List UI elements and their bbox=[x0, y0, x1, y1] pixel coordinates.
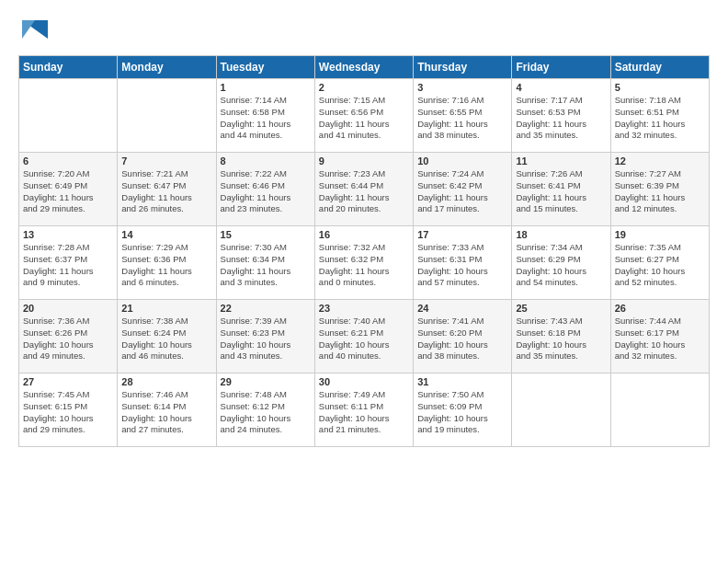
table-row: 24Sunrise: 7:41 AMSunset: 6:20 PMDayligh… bbox=[414, 300, 512, 373]
day-number: 10 bbox=[417, 155, 507, 167]
day-content: Sunrise: 7:26 AMSunset: 6:41 PMDaylight:… bbox=[516, 168, 606, 215]
col-friday: Friday bbox=[512, 56, 610, 79]
table-row bbox=[512, 373, 610, 447]
table-row: 19Sunrise: 7:35 AMSunset: 6:27 PMDayligh… bbox=[610, 226, 709, 300]
day-number: 24 bbox=[417, 303, 507, 314]
table-row: 29Sunrise: 7:48 AMSunset: 6:12 PMDayligh… bbox=[216, 373, 314, 447]
day-number: 12 bbox=[615, 155, 705, 167]
calendar-header: Sunday Monday Tuesday Wednesday Thursday… bbox=[19, 56, 710, 79]
table-row: 8Sunrise: 7:22 AMSunset: 6:46 PMDaylight… bbox=[216, 153, 314, 226]
calendar-row: 1Sunrise: 7:14 AMSunset: 6:58 PMDaylight… bbox=[19, 79, 710, 153]
day-number: 29 bbox=[221, 376, 311, 387]
table-row: 13Sunrise: 7:28 AMSunset: 6:37 PMDayligh… bbox=[19, 226, 118, 300]
day-content: Sunrise: 7:49 AMSunset: 6:11 PMDaylight:… bbox=[319, 389, 409, 436]
table-row: 18Sunrise: 7:34 AMSunset: 6:29 PMDayligh… bbox=[512, 226, 610, 300]
calendar-row: 13Sunrise: 7:28 AMSunset: 6:37 PMDayligh… bbox=[19, 226, 710, 300]
table-row: 15Sunrise: 7:30 AMSunset: 6:34 PMDayligh… bbox=[216, 226, 314, 300]
table-row: 11Sunrise: 7:26 AMSunset: 6:41 PMDayligh… bbox=[512, 153, 610, 226]
table-row: 16Sunrise: 7:32 AMSunset: 6:32 PMDayligh… bbox=[314, 226, 413, 300]
table-row: 27Sunrise: 7:45 AMSunset: 6:15 PMDayligh… bbox=[19, 373, 118, 447]
day-number: 22 bbox=[221, 303, 311, 314]
table-row bbox=[610, 373, 709, 447]
day-number: 8 bbox=[221, 155, 311, 167]
day-number: 11 bbox=[516, 155, 606, 167]
day-content: Sunrise: 7:48 AMSunset: 6:12 PMDaylight:… bbox=[221, 389, 311, 436]
day-number: 31 bbox=[417, 376, 507, 387]
day-content: Sunrise: 7:38 AMSunset: 6:24 PMDaylight:… bbox=[121, 316, 211, 362]
table-row: 3Sunrise: 7:16 AMSunset: 6:55 PMDaylight… bbox=[414, 79, 512, 153]
header-row: Sunday Monday Tuesday Wednesday Thursday… bbox=[19, 56, 710, 79]
table-row: 6Sunrise: 7:20 AMSunset: 6:49 PMDaylight… bbox=[19, 153, 118, 226]
day-number: 1 bbox=[221, 82, 311, 93]
day-content: Sunrise: 7:39 AMSunset: 6:23 PMDaylight:… bbox=[221, 316, 311, 362]
calendar-table: Sunday Monday Tuesday Wednesday Thursday… bbox=[18, 55, 710, 447]
day-number: 7 bbox=[121, 155, 211, 167]
logo bbox=[18, 17, 48, 46]
table-row: 28Sunrise: 7:46 AMSunset: 6:14 PMDayligh… bbox=[118, 373, 216, 447]
header bbox=[18, 17, 710, 46]
day-content: Sunrise: 7:21 AMSunset: 6:47 PMDaylight:… bbox=[121, 168, 211, 215]
day-number: 18 bbox=[516, 229, 606, 240]
day-number: 6 bbox=[23, 155, 113, 167]
day-content: Sunrise: 7:45 AMSunset: 6:15 PMDaylight:… bbox=[23, 389, 113, 436]
table-row: 23Sunrise: 7:40 AMSunset: 6:21 PMDayligh… bbox=[314, 300, 413, 373]
table-row: 2Sunrise: 7:15 AMSunset: 6:56 PMDaylight… bbox=[314, 79, 413, 153]
day-number: 28 bbox=[121, 376, 211, 387]
table-row: 25Sunrise: 7:43 AMSunset: 6:18 PMDayligh… bbox=[512, 300, 610, 373]
col-saturday: Saturday bbox=[610, 56, 709, 79]
day-content: Sunrise: 7:41 AMSunset: 6:20 PMDaylight:… bbox=[417, 316, 507, 362]
day-number: 27 bbox=[23, 376, 113, 387]
day-content: Sunrise: 7:18 AMSunset: 6:51 PMDaylight:… bbox=[615, 95, 705, 142]
day-number: 30 bbox=[319, 376, 409, 387]
day-content: Sunrise: 7:30 AMSunset: 6:34 PMDaylight:… bbox=[221, 242, 311, 289]
table-row: 7Sunrise: 7:21 AMSunset: 6:47 PMDaylight… bbox=[118, 153, 216, 226]
col-sunday: Sunday bbox=[19, 56, 118, 79]
table-row: 30Sunrise: 7:49 AMSunset: 6:11 PMDayligh… bbox=[314, 373, 413, 447]
table-row: 5Sunrise: 7:18 AMSunset: 6:51 PMDaylight… bbox=[610, 79, 709, 153]
table-row bbox=[19, 79, 118, 153]
day-content: Sunrise: 7:24 AMSunset: 6:42 PMDaylight:… bbox=[417, 168, 507, 215]
day-content: Sunrise: 7:35 AMSunset: 6:27 PMDaylight:… bbox=[615, 242, 705, 289]
col-monday: Monday bbox=[118, 56, 216, 79]
calendar-row: 27Sunrise: 7:45 AMSunset: 6:15 PMDayligh… bbox=[19, 373, 710, 447]
day-content: Sunrise: 7:50 AMSunset: 6:09 PMDaylight:… bbox=[417, 389, 507, 436]
day-number: 20 bbox=[23, 303, 113, 314]
day-number: 3 bbox=[417, 82, 507, 93]
day-content: Sunrise: 7:43 AMSunset: 6:18 PMDaylight:… bbox=[516, 316, 606, 362]
day-content: Sunrise: 7:22 AMSunset: 6:46 PMDaylight:… bbox=[221, 168, 311, 215]
logo-flag-icon bbox=[22, 17, 48, 42]
day-number: 14 bbox=[121, 229, 211, 240]
day-number: 25 bbox=[516, 303, 606, 314]
day-content: Sunrise: 7:46 AMSunset: 6:14 PMDaylight:… bbox=[121, 389, 211, 436]
col-thursday: Thursday bbox=[414, 56, 512, 79]
day-content: Sunrise: 7:27 AMSunset: 6:39 PMDaylight:… bbox=[615, 168, 705, 215]
calendar-row: 6Sunrise: 7:20 AMSunset: 6:49 PMDaylight… bbox=[19, 153, 710, 226]
day-content: Sunrise: 7:36 AMSunset: 6:26 PMDaylight:… bbox=[23, 316, 113, 362]
table-row: 21Sunrise: 7:38 AMSunset: 6:24 PMDayligh… bbox=[118, 300, 216, 373]
table-row: 26Sunrise: 7:44 AMSunset: 6:17 PMDayligh… bbox=[610, 300, 709, 373]
col-wednesday: Wednesday bbox=[314, 56, 413, 79]
day-content: Sunrise: 7:33 AMSunset: 6:31 PMDaylight:… bbox=[417, 242, 507, 289]
col-tuesday: Tuesday bbox=[216, 56, 314, 79]
table-row: 22Sunrise: 7:39 AMSunset: 6:23 PMDayligh… bbox=[216, 300, 314, 373]
day-content: Sunrise: 7:28 AMSunset: 6:37 PMDaylight:… bbox=[23, 242, 113, 289]
calendar-body: 1Sunrise: 7:14 AMSunset: 6:58 PMDaylight… bbox=[19, 79, 710, 447]
table-row: 9Sunrise: 7:23 AMSunset: 6:44 PMDaylight… bbox=[314, 153, 413, 226]
day-number: 15 bbox=[221, 229, 311, 240]
table-row: 17Sunrise: 7:33 AMSunset: 6:31 PMDayligh… bbox=[414, 226, 512, 300]
table-row: 20Sunrise: 7:36 AMSunset: 6:26 PMDayligh… bbox=[19, 300, 118, 373]
table-row: 31Sunrise: 7:50 AMSunset: 6:09 PMDayligh… bbox=[414, 373, 512, 447]
day-content: Sunrise: 7:15 AMSunset: 6:56 PMDaylight:… bbox=[319, 95, 409, 142]
day-number: 4 bbox=[516, 82, 606, 93]
day-number: 5 bbox=[615, 82, 705, 93]
day-number: 16 bbox=[319, 229, 409, 240]
day-content: Sunrise: 7:16 AMSunset: 6:55 PMDaylight:… bbox=[417, 95, 507, 142]
day-number: 21 bbox=[121, 303, 211, 314]
table-row bbox=[118, 79, 216, 153]
table-row: 12Sunrise: 7:27 AMSunset: 6:39 PMDayligh… bbox=[610, 153, 709, 226]
day-content: Sunrise: 7:32 AMSunset: 6:32 PMDaylight:… bbox=[319, 242, 409, 289]
day-content: Sunrise: 7:23 AMSunset: 6:44 PMDaylight:… bbox=[319, 168, 409, 215]
day-number: 2 bbox=[319, 82, 409, 93]
day-content: Sunrise: 7:44 AMSunset: 6:17 PMDaylight:… bbox=[615, 316, 705, 362]
day-number: 19 bbox=[615, 229, 705, 240]
